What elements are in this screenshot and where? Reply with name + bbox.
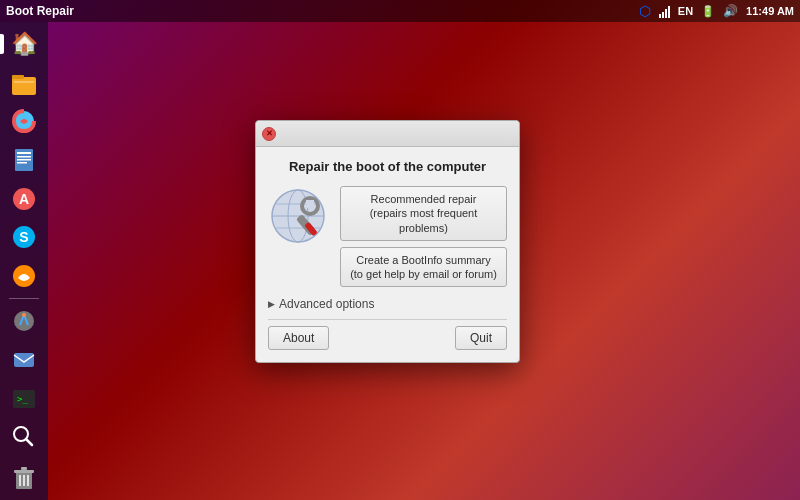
volume-icon[interactable]: 🔊 bbox=[723, 4, 738, 18]
dialog-buttons-right: Recommended repair (repairs most frequen… bbox=[340, 186, 507, 287]
close-button[interactable]: ✕ bbox=[262, 127, 276, 141]
quit-button[interactable]: Quit bbox=[455, 326, 507, 350]
svg-rect-16 bbox=[14, 353, 34, 367]
battery-icon: 🔋 bbox=[701, 5, 715, 18]
sidebar-item-home[interactable]: 🏠 bbox=[4, 26, 44, 63]
svg-point-15 bbox=[22, 313, 26, 317]
sidebar-item-trash[interactable] bbox=[4, 459, 44, 496]
svg-rect-2 bbox=[14, 81, 34, 83]
svg-rect-7 bbox=[17, 159, 31, 161]
dialog-body: Repair the boot of the computer bbox=[256, 147, 519, 362]
svg-rect-0 bbox=[12, 77, 36, 95]
dialog-content: Recommended repair (repairs most frequen… bbox=[268, 186, 507, 287]
svg-text:S: S bbox=[19, 229, 28, 245]
sidebar-item-gimp[interactable] bbox=[4, 303, 44, 340]
sidebar-item-search[interactable] bbox=[4, 419, 44, 456]
advanced-options-label: Advanced options bbox=[279, 297, 374, 311]
sidebar-item-files[interactable] bbox=[4, 65, 44, 102]
desktop: Boot Repair ⬡ EN 🔋 🔊 11:49 AM 🏠 bbox=[0, 0, 800, 500]
dropbox-icon[interactable]: ⬡ bbox=[639, 3, 651, 19]
sidebar-item-terminal[interactable]: >_ bbox=[4, 380, 44, 417]
sidebar-item-orca[interactable] bbox=[4, 258, 44, 295]
sidebar-item-writer[interactable] bbox=[4, 142, 44, 179]
svg-text:A: A bbox=[19, 191, 29, 207]
svg-rect-34 bbox=[306, 200, 314, 208]
bootinfo-summary-button[interactable]: Create a BootInfo summary (to get help b… bbox=[340, 247, 507, 288]
svg-rect-22 bbox=[14, 470, 34, 473]
dialog-title: Repair the boot of the computer bbox=[268, 159, 507, 174]
svg-rect-23 bbox=[21, 467, 27, 470]
dialog-titlebar: ✕ bbox=[256, 121, 519, 147]
advanced-arrow-icon: ▶ bbox=[268, 299, 275, 309]
svg-rect-5 bbox=[17, 152, 31, 154]
dialog-window: ✕ Repair the boot of the computer bbox=[255, 120, 520, 363]
repair-icon bbox=[268, 186, 332, 250]
advanced-options-toggle[interactable]: ▶ Advanced options bbox=[268, 295, 507, 319]
about-button[interactable]: About bbox=[268, 326, 329, 350]
top-panel: Boot Repair ⬡ EN 🔋 🔊 11:49 AM bbox=[0, 0, 800, 22]
svg-rect-6 bbox=[17, 156, 31, 158]
sidebar-item-email[interactable] bbox=[4, 342, 44, 379]
panel-left: Boot Repair bbox=[6, 4, 74, 18]
sidebar-item-firefox[interactable] bbox=[4, 103, 44, 140]
window-title: Boot Repair bbox=[6, 4, 74, 18]
svg-text:>_: >_ bbox=[17, 394, 28, 404]
signal-icon bbox=[659, 4, 670, 18]
svg-rect-8 bbox=[17, 162, 27, 164]
dialog-footer: About Quit bbox=[268, 319, 507, 350]
sidebar-divider bbox=[9, 298, 39, 299]
recommended-repair-button[interactable]: Recommended repair (repairs most frequen… bbox=[340, 186, 507, 241]
sidebar-item-skype[interactable]: S bbox=[4, 219, 44, 256]
clock: 11:49 AM bbox=[746, 5, 794, 17]
svg-rect-1 bbox=[12, 75, 24, 79]
keyboard-layout-icon[interactable]: EN bbox=[678, 5, 693, 17]
svg-line-20 bbox=[26, 439, 32, 445]
sidebar-item-appstore[interactable]: A bbox=[4, 180, 44, 217]
panel-right: ⬡ EN 🔋 🔊 11:49 AM bbox=[639, 3, 794, 19]
sidebar: 🏠 bbox=[0, 22, 48, 500]
